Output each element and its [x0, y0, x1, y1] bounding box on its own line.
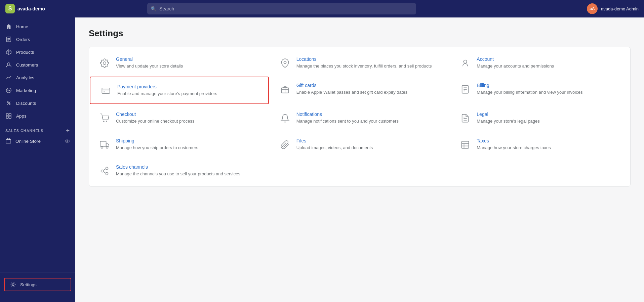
sidebar-item-products[interactable]: Products	[0, 46, 75, 58]
svg-line-46	[103, 169, 106, 170]
store-logo[interactable]: S avada-demo	[5, 4, 59, 13]
checkout-content: Checkout Customize your online checkout …	[116, 112, 194, 124]
user-name: avada-demo Admin	[601, 6, 639, 11]
sales-channels-title: Sales channels	[116, 164, 240, 170]
general-desc: View and update your store details	[116, 63, 183, 69]
channels-icon	[98, 165, 111, 177]
home-icon	[5, 23, 12, 30]
taxes-desc: Manage how your store charges taxes	[477, 145, 551, 151]
taxes-content: Taxes Manage how your store charges taxe…	[477, 138, 551, 151]
gift-cards-desc: Enable Apple Wallet passes and set gift …	[296, 89, 407, 95]
discounts-icon	[5, 100, 12, 106]
taxes-title: Taxes	[477, 138, 551, 143]
sidebar-item-customers[interactable]: Customers	[0, 58, 75, 71]
svg-point-31	[104, 121, 104, 122]
svg-point-32	[106, 121, 107, 122]
svg-point-37	[106, 146, 108, 148]
sidebar-item-settings[interactable]: Settings	[4, 278, 71, 291]
products-icon	[5, 49, 12, 55]
general-title: General	[116, 56, 183, 62]
sidebar-item-discounts[interactable]: Discounts	[0, 97, 75, 110]
payment-providers-desc: Enable and manage your store's payment p…	[117, 91, 217, 97]
page-title: Settings	[89, 28, 631, 39]
orders-icon	[5, 36, 12, 43]
settings-label: Settings	[20, 282, 37, 287]
settings-item-payment-providers[interactable]: Payment providers Enable and manage your…	[90, 77, 269, 104]
sidebar-item-marketing[interactable]: Marketing	[0, 84, 75, 97]
settings-item-billing[interactable]: Billing Manage your billing information …	[450, 76, 630, 105]
sales-channels-header: SALES CHANNELS +	[0, 122, 75, 135]
online-store-left: Online Store	[5, 138, 41, 144]
svg-point-21	[284, 61, 286, 63]
svg-point-42	[106, 167, 108, 169]
notification-icon	[279, 112, 291, 124]
shipping-icon	[98, 139, 111, 151]
checkout-title: Checkout	[116, 112, 194, 117]
legal-title: Legal	[477, 112, 539, 117]
sidebar-item-home[interactable]: Home	[0, 20, 75, 33]
svg-point-43	[101, 170, 104, 172]
sidebar-item-online-store[interactable]: Online Store	[0, 135, 75, 147]
settings-item-legal[interactable]: Legal Manage your store's legal pages	[450, 105, 630, 131]
checkout-icon	[98, 112, 111, 124]
billing-desc: Manage your billing information and view…	[477, 89, 582, 95]
user-menu[interactable]: aA avada-demo Admin	[587, 3, 639, 14]
apps-icon	[5, 113, 12, 119]
sidebar-label-products: Products	[16, 50, 34, 55]
notifications-title: Notifications	[296, 112, 399, 117]
files-desc: Upload images, videos, and documents	[296, 145, 373, 151]
sidebar-label-apps: Apps	[16, 114, 27, 119]
svg-rect-35	[100, 141, 106, 146]
files-icon	[279, 139, 291, 151]
svg-rect-16	[6, 140, 11, 143]
analytics-icon	[5, 74, 12, 81]
settings-grid: General View and update your store detai…	[89, 50, 630, 184]
online-store-icon	[5, 138, 11, 144]
svg-point-10	[9, 103, 10, 105]
svg-rect-13	[9, 114, 11, 116]
settings-card: General View and update your store detai…	[89, 47, 631, 187]
sidebar-bottom: Settings	[0, 272, 75, 297]
add-sales-channel-button[interactable]: +	[66, 128, 70, 134]
svg-point-44	[106, 172, 108, 175]
sidebar-label-analytics: Analytics	[16, 75, 34, 80]
search-input[interactable]	[147, 3, 416, 14]
notifications-content: Notifications Manage notifications sent …	[296, 112, 399, 124]
sidebar-item-orders[interactable]: Orders	[0, 33, 75, 46]
shipping-title: Shipping	[116, 138, 198, 143]
settings-item-checkout[interactable]: Checkout Customize your online checkout …	[89, 105, 270, 131]
customers-icon	[5, 61, 12, 68]
svg-point-18	[67, 140, 68, 141]
search-container: 🔍	[147, 3, 416, 14]
settings-item-sales-channels[interactable]: Sales channels Manage the channels you u…	[89, 158, 270, 184]
settings-item-taxes[interactable]: Taxes Manage how your store charges taxe…	[450, 131, 630, 158]
settings-item-gift-cards[interactable]: Gift cards Enable Apple Wallet passes an…	[270, 76, 450, 105]
svg-rect-15	[9, 116, 11, 118]
location-icon	[279, 57, 291, 69]
settings-item-account[interactable]: Account Manage your accounts and permiss…	[450, 50, 630, 76]
avatar: aA	[587, 3, 598, 14]
gift-cards-content: Gift cards Enable Apple Wallet passes an…	[296, 83, 407, 95]
gift-cards-title: Gift cards	[296, 83, 407, 88]
files-content: Files Upload images, videos, and documen…	[296, 138, 373, 151]
sidebar-label-discounts: Discounts	[16, 101, 36, 106]
account-icon	[459, 57, 471, 69]
sidebar-item-apps[interactable]: Apps	[0, 110, 75, 122]
settings-item-files[interactable]: Files Upload images, videos, and documen…	[270, 131, 450, 158]
sidebar-item-analytics[interactable]: Analytics	[0, 71, 75, 84]
search-icon: 🔍	[151, 6, 156, 11]
svg-point-7	[7, 63, 10, 65]
legal-content: Legal Manage your store's legal pages	[477, 112, 539, 124]
online-store-eye-icon[interactable]	[65, 138, 70, 144]
svg-rect-38	[462, 141, 469, 148]
payment-icon	[100, 85, 112, 97]
settings-item-general[interactable]: General View and update your store detai…	[89, 50, 270, 76]
settings-item-notifications[interactable]: Notifications Manage notifications sent …	[270, 105, 450, 131]
settings-item-shipping[interactable]: Shipping Manage how you ship orders to c…	[89, 131, 270, 158]
topbar: S avada-demo 🔍 aA avada-demo Admin	[0, 0, 644, 17]
taxes-icon	[459, 139, 471, 151]
svg-rect-23	[102, 88, 110, 93]
settings-item-locations[interactable]: Locations Manage the places you stock in…	[270, 50, 450, 76]
gift-icon	[279, 83, 291, 95]
svg-line-45	[103, 172, 106, 173]
